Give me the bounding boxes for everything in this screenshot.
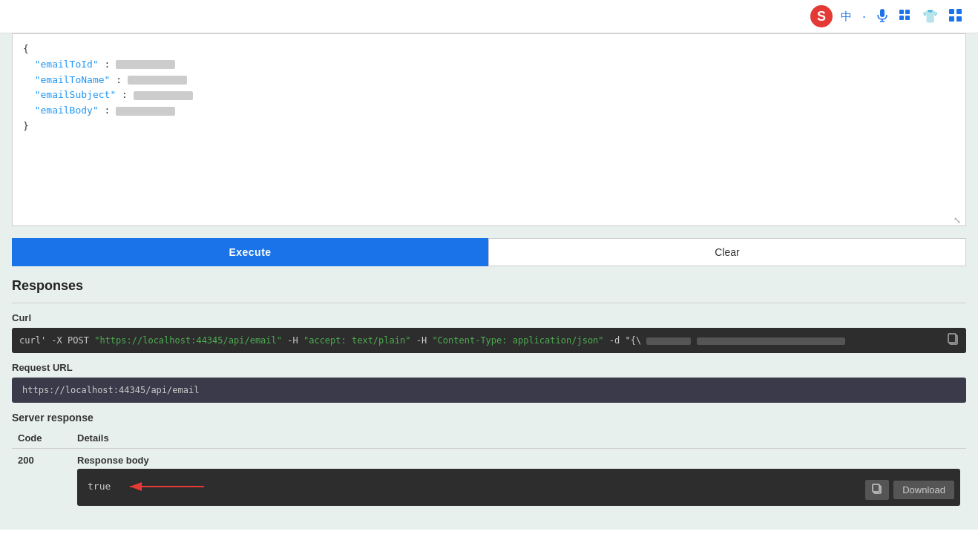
curl-h2: -H: [416, 335, 433, 346]
json-line-close: }: [23, 119, 955, 134]
chinese-icon[interactable]: 中: [838, 8, 855, 25]
curl-accept-text: "accept: text/plain": [303, 335, 411, 346]
response-body-actions: Download: [865, 480, 954, 500]
server-response-label: Server response: [12, 412, 966, 424]
svg-rect-2: [880, 9, 885, 17]
s-logo-icon: S: [810, 4, 833, 28]
svg-rect-6: [905, 10, 910, 14]
json-line-emailtoname: "emailToName" :: [23, 73, 955, 88]
curl-h1: -H: [287, 335, 303, 346]
curl-contenttype-text: "Content-Type: application/json": [432, 335, 603, 346]
curl-redacted2: [697, 337, 845, 345]
svg-rect-7: [899, 16, 904, 20]
svg-text:S: S: [817, 9, 826, 24]
curl-command-text: curl': [19, 335, 46, 346]
svg-rect-12: [956, 16, 962, 22]
svg-rect-9: [949, 9, 954, 14]
mic-icon[interactable]: [873, 7, 891, 26]
apps-icon[interactable]: [945, 7, 966, 27]
dot-icon[interactable]: ·: [859, 7, 869, 26]
download-button[interactable]: Download: [893, 481, 954, 499]
response-copy-button[interactable]: [865, 480, 889, 500]
svg-rect-18: [873, 484, 879, 492]
curl-copy-icon[interactable]: [947, 332, 960, 349]
json-line-emailsubject: "emailSubject" :: [23, 88, 955, 103]
curl-d: -d "{\: [609, 335, 641, 346]
response-details-cell: Response body true: [71, 449, 966, 513]
code-col-header: Code: [12, 428, 71, 449]
grid-icon[interactable]: [896, 7, 915, 26]
details-col-header: Details: [71, 428, 966, 449]
svg-rect-10: [956, 9, 962, 14]
response-body-label: Response body: [77, 455, 960, 466]
json-line-emailtoid: "emailToId" :: [23, 57, 955, 73]
toolbar-icons: S 中 · 👕: [810, 4, 966, 28]
top-bar: S 中 · 👕: [0, 0, 978, 33]
svg-rect-8: [905, 16, 910, 20]
curl-block: curl' -X POST "https://localhost:44345/a…: [12, 328, 966, 353]
table-row: 200 Response body true: [12, 449, 966, 513]
svg-rect-5: [899, 10, 904, 14]
responses-title: Responses: [12, 278, 966, 294]
content-area: { "emailToId" : "emailToName" : "emailSu…: [0, 33, 978, 530]
response-body-value: true: [88, 481, 111, 492]
curl-redacted: [646, 337, 691, 345]
curl-method: -X POST: [51, 335, 94, 346]
section-divider: [12, 303, 966, 303]
request-url-value: https://localhost:44345/api/email: [22, 385, 199, 395]
responses-section: Responses Curl curl' -X POST "https://lo…: [12, 278, 966, 530]
response-code: 200: [12, 449, 71, 513]
action-buttons: Execute Clear: [12, 238, 966, 266]
clear-button[interactable]: Clear: [488, 238, 966, 266]
json-line-open: {: [23, 42, 955, 57]
resize-handle[interactable]: ⤡: [954, 214, 962, 223]
svg-rect-11: [949, 16, 954, 22]
shirt-icon[interactable]: 👕: [919, 7, 941, 26]
request-url-label: Request URL: [12, 362, 966, 373]
response-table: Code Details 200 Response body true: [12, 428, 966, 512]
response-body-block: true: [77, 469, 960, 506]
json-line-emailbody: "emailBody" :: [23, 103, 955, 119]
curl-url-text: "https://localhost:44345/api/email": [94, 335, 282, 346]
request-url-block: https://localhost:44345/api/email: [12, 378, 966, 403]
red-arrow-annotation: [122, 478, 211, 495]
curl-label: Curl: [12, 312, 966, 323]
execute-button[interactable]: Execute: [12, 238, 488, 266]
json-editor[interactable]: { "emailToId" : "emailToName" : "emailSu…: [12, 33, 966, 226]
page-wrapper: S 中 · 👕: [0, 0, 978, 560]
svg-rect-14: [948, 334, 956, 343]
